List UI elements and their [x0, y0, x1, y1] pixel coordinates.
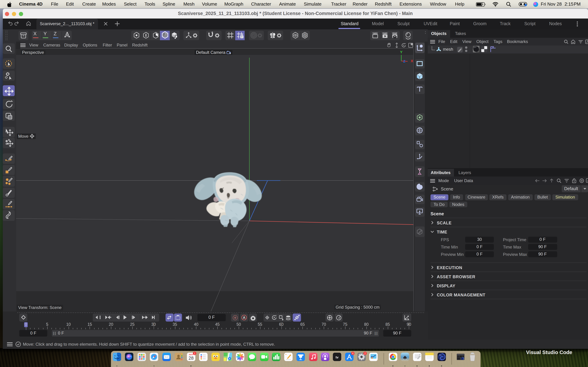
svg-text:X: X [411, 59, 413, 63]
svg-text:tv: tv [336, 355, 339, 359]
svg-text:Z: Z [403, 59, 405, 63]
svg-text:2: 2 [364, 352, 366, 355]
svg-text:1: 1 [194, 352, 195, 355]
svg-text:Y: Y [400, 50, 402, 54]
svg-text:4: 4 [352, 352, 354, 355]
svg-text:28: 28 [189, 355, 194, 361]
svg-text:A: A [304, 33, 306, 37]
svg-text:A: A [243, 316, 245, 319]
svg-text:“: “ [285, 353, 287, 356]
